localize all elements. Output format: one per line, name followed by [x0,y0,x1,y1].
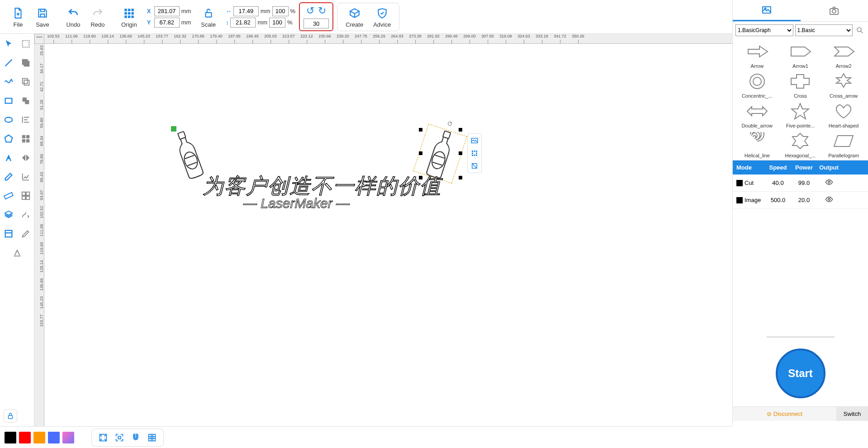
shape-category-2[interactable]: 1.Basic [795,24,853,36]
width-pct-input[interactable] [272,6,289,16]
curve-tool[interactable] [2,75,15,88]
file-button[interactable]: File [7,5,29,29]
shape-icon [744,130,771,152]
polygon-tool[interactable] [2,132,15,145]
ellipse-tool[interactable] [2,113,15,126]
mirror-tool[interactable] [19,151,32,164]
y-unit: mm [181,19,191,26]
layer-mode: Cut [745,179,754,186]
layer-color-swatch[interactable] [736,180,743,186]
tab-shapes[interactable] [733,0,801,21]
rotate-input[interactable] [304,19,329,28]
origin-button[interactable]: Origin [118,5,141,29]
ruler-tick: 170.86 [192,34,204,38]
start-button[interactable]: Start [776,349,825,398]
redo-button[interactable]: Redo [87,5,109,29]
layer-visibility-toggle[interactable] [816,174,841,191]
shape-item[interactable]: Cross [780,71,821,99]
marquee-tool[interactable] [19,38,32,50]
ruler-tick: 333.18 [536,34,548,38]
shape-item[interactable]: Arrow2 [823,41,864,69]
connection-status: ⊘ Disconnect [733,407,836,421]
color-swatch[interactable] [33,432,45,443]
shape-search-button[interactable] [854,25,865,36]
shape-item[interactable]: Helical_line [736,130,778,158]
color-swatch[interactable] [62,432,74,443]
text-tool[interactable] [2,151,15,164]
sel-handle-w[interactable] [419,151,422,155]
y-label: Y [147,19,152,26]
zoom-selection-button[interactable] [114,432,125,443]
shape-item[interactable]: Arrow [736,41,778,69]
shape-item[interactable]: Concentric_... [736,71,778,99]
shape-category-1[interactable]: 1.BasicGraph [735,24,793,36]
sel-handle-e[interactable] [459,151,462,155]
fit-screen-button[interactable] [97,432,109,443]
layer-row[interactable]: Cut40.099.0 [733,174,868,192]
action-image-button[interactable] [470,136,479,146]
canvas[interactable]: 为客户创造不一样的价值 — LaserMaker — [44,44,732,426]
action-trace-button[interactable] [470,148,479,158]
width-input[interactable] [233,6,259,16]
rect-tool[interactable] [2,94,15,107]
save-button[interactable]: Save [32,5,53,29]
shape-item[interactable]: Double_arrow [736,100,778,128]
copy-tool[interactable] [19,75,32,88]
shape-item[interactable]: Heart-shaped [823,100,864,128]
rotate-cw-button[interactable]: ↻ [318,5,326,17]
lock-button[interactable] [4,409,17,423]
align-tool[interactable] [19,113,32,126]
x-input[interactable] [154,6,180,16]
crop-tool[interactable] [2,227,15,240]
selection-actions [467,133,482,173]
height-pct-input[interactable] [269,18,285,28]
undo-button[interactable]: Undo [62,5,84,29]
curve2-tool[interactable] [19,208,32,221]
shape-item[interactable]: Five-pointe... [780,100,821,128]
layers-tool[interactable] [2,208,15,221]
eraser-tool[interactable] [2,170,15,183]
snap-button[interactable] [130,432,142,443]
canvas-text-en[interactable]: — LaserMaker — [243,196,350,211]
rotate-ccw-button[interactable]: ↺ [306,5,314,17]
color-swatch[interactable] [19,432,31,443]
duplicate-tool[interactable] [19,94,32,107]
switch-button[interactable]: Switch [836,407,868,421]
measure-tool[interactable] [2,189,15,202]
origin-marker[interactable] [171,126,176,132]
svg-rect-20 [22,135,25,138]
fill-tool[interactable] [19,57,32,69]
color-swatch[interactable] [5,432,16,443]
grid-tool[interactable] [19,132,32,145]
y-input[interactable] [154,18,180,28]
sel-handle-se[interactable] [459,176,462,179]
create-button[interactable]: Create [342,5,367,29]
ruler-tick: 153.77 [156,34,168,38]
color-swatch[interactable] [48,432,60,443]
rotate-handle[interactable] [447,119,454,126]
sel-handle-ne[interactable] [459,128,462,132]
select-tool[interactable] [2,38,15,50]
line-tool[interactable] [2,57,15,69]
pen-tool[interactable] [19,227,32,240]
chart-tool[interactable] [19,170,32,183]
height-input[interactable] [230,18,256,28]
layer-visibility-toggle[interactable] [816,192,841,208]
grid-toggle-button[interactable] [146,432,158,443]
tab-camera[interactable] [801,0,868,21]
shape-item[interactable]: Parallelogram [823,130,864,158]
svg-rect-2 [132,9,134,11]
action-crop-button[interactable] [470,161,479,171]
advice-button[interactable]: Advice [370,5,394,29]
svg-point-54 [750,74,764,89]
misc-tool[interactable] [11,246,24,259]
svg-marker-19 [5,135,12,142]
layer-row[interactable]: Image500.020.0 [733,192,868,209]
shape-item[interactable]: Cross_arrow [823,71,864,99]
shape-item[interactable]: Hexagonal_... [780,130,821,158]
shape-item[interactable]: Arrow1 [780,41,821,69]
layer-color-swatch[interactable] [736,197,743,203]
scale-button[interactable]: Scale [197,5,219,29]
array-tool[interactable] [19,189,32,202]
sel-handle-nw[interactable] [419,128,422,132]
